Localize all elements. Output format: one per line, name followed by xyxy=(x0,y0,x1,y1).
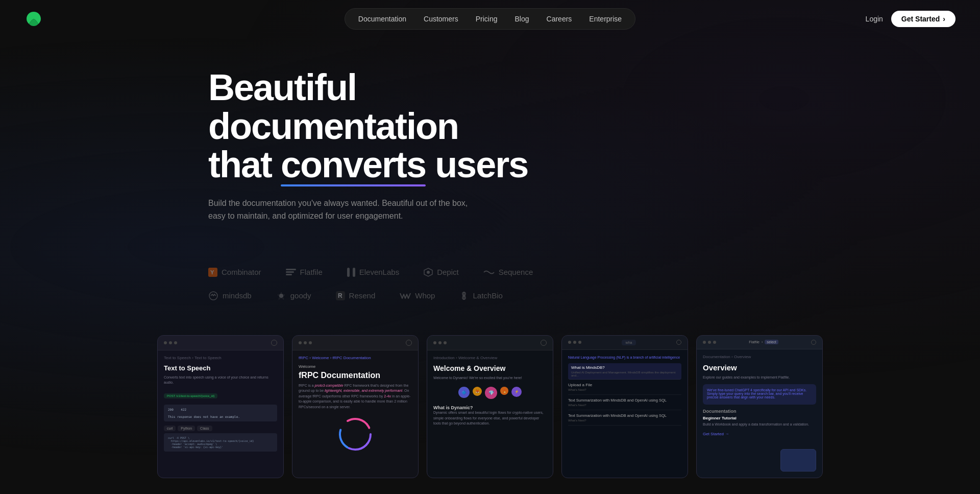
svg-text:R: R xyxy=(338,292,342,299)
screenshots-section: Text to Speech › Text to Speech Text to … xyxy=(133,315,847,478)
nav-pricing-link[interactable]: Pricing xyxy=(468,12,506,26)
nav-right: Login Get Started › xyxy=(866,11,955,27)
nav-careers-link[interactable]: Careers xyxy=(538,12,580,26)
svg-point-8 xyxy=(427,271,430,274)
nav-links: Documentation Customers Pricing Blog Car… xyxy=(345,8,635,30)
logos-section: Y Combinator Flatfile ElevenLabs Depict xyxy=(184,268,796,300)
hero-subtitle: Build the documentation you've always wa… xyxy=(208,197,474,223)
nav-documentation-link[interactable]: Documentation xyxy=(350,12,414,26)
logos-row-2: mindsdb goody R Resend Whop LatchBio xyxy=(208,291,772,300)
logo[interactable] xyxy=(24,10,43,28)
logos-row-1: Y Combinator Flatfile ElevenLabs Depict xyxy=(208,268,772,277)
login-link[interactable]: Login xyxy=(866,15,883,23)
logo-depict: Depict xyxy=(424,268,459,277)
svg-rect-6 xyxy=(353,268,355,277)
logo-resend: R Resend xyxy=(336,291,376,300)
hero-section: Beautiful documentation that converts us… xyxy=(184,38,796,268)
logo-flatfile: Flatfile xyxy=(286,268,323,277)
screenshot-frpc: fRPC › Welcome › fRPC Documentation Welc… xyxy=(292,335,419,478)
logo-whop: Whop xyxy=(400,291,435,300)
screenshot-elevenlabs: Text to Speech › Text to Speech Text to … xyxy=(157,335,284,478)
svg-text:Y: Y xyxy=(210,269,214,275)
hero-title: Beautiful documentation that converts us… xyxy=(208,68,566,184)
logo-latchbio: LatchBio xyxy=(459,291,502,300)
svg-rect-5 xyxy=(347,268,350,277)
nav-enterprise-link[interactable]: Enterprise xyxy=(581,12,630,26)
nav-customers-link[interactable]: Customers xyxy=(415,12,467,26)
screenshot-dynamic: Introduction › Welcome & Overview Welcom… xyxy=(427,335,553,478)
screenshot-flatfile: Flatfile › select Documentation › Overvi… xyxy=(696,335,823,478)
svg-rect-4 xyxy=(286,274,292,275)
logo-ycombinator: Y Combinator xyxy=(208,268,261,277)
get-started-button[interactable]: Get Started › xyxy=(891,11,955,27)
converts-word: converts xyxy=(281,146,426,184)
logo-sequence: Sequence xyxy=(483,268,533,276)
screenshot-mindsdb: wha Natural Language Processing (NLP) is… xyxy=(561,335,688,478)
logo-elevenlabs: ElevenLabs xyxy=(347,268,399,277)
nav-blog-link[interactable]: Blog xyxy=(507,12,537,26)
svg-rect-3 xyxy=(286,271,294,273)
logo-mindsdb: mindsdb xyxy=(208,291,252,300)
logo-goody: goody xyxy=(276,291,311,300)
svg-point-10 xyxy=(279,294,283,298)
svg-rect-2 xyxy=(286,269,296,270)
navbar: Documentation Customers Pricing Blog Car… xyxy=(0,0,980,38)
